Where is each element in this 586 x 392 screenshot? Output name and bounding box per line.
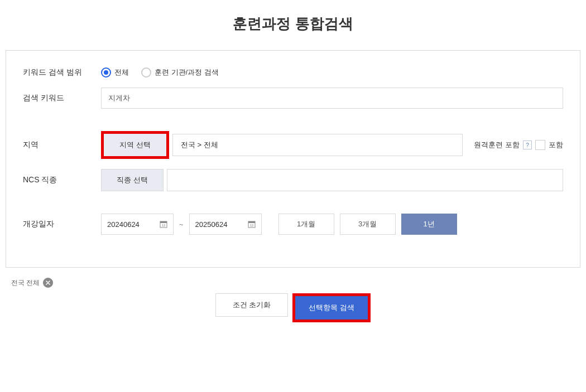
start-date-label: 개강일자 xyxy=(23,219,101,229)
period-1year-button[interactable]: 1년 xyxy=(401,214,457,235)
highlight-submit: 선택항목 검색 xyxy=(292,293,371,322)
help-icon[interactable]: ? xyxy=(523,141,532,149)
date-to-value: 20250624 xyxy=(195,220,228,229)
region-value: 전국 > 전체 xyxy=(172,134,463,156)
keyword-scope-row: 키워드 검색 범위 전체 훈련 기관/과정 검색 xyxy=(23,67,563,78)
remote-checkbox[interactable] xyxy=(535,140,545,150)
date-from-value: 20240624 xyxy=(107,220,140,229)
radio-icon xyxy=(141,67,151,78)
svg-rect-1 xyxy=(160,221,167,223)
radio-icon xyxy=(101,67,111,78)
period-3month-button[interactable]: 3개월 xyxy=(340,214,396,235)
ncs-select-button[interactable]: 직종 선택 xyxy=(101,169,164,191)
region-select-button[interactable]: 지역 선택 xyxy=(104,134,166,156)
radio-institution[interactable]: 훈련 기관/과정 검색 xyxy=(141,67,219,78)
start-date-row: 개강일자 20240624 12 ~ 20250624 12 1개월 3 xyxy=(23,214,563,235)
page-title: 훈련과정 통합검색 xyxy=(0,0,586,50)
search-panel: 키워드 검색 범위 전체 훈련 기관/과정 검색 검색 키워드 지역 xyxy=(6,50,580,268)
ncs-row: NCS 직종 직종 선택 xyxy=(23,169,563,191)
ncs-label: NCS 직종 xyxy=(23,175,101,185)
filter-tags: 전국 전체 xyxy=(0,268,586,293)
submit-button[interactable]: 선택항목 검색 xyxy=(295,296,368,320)
date-from-input[interactable]: 20240624 12 xyxy=(101,214,174,235)
ncs-value xyxy=(167,169,563,191)
keyword-label: 검색 키워드 xyxy=(23,93,101,103)
date-range-separator: ~ xyxy=(179,220,184,229)
reset-button[interactable]: 조건 초기화 xyxy=(215,293,288,317)
remote-include-group: 원격훈련 포함 ? 포함 xyxy=(474,140,563,150)
action-row: 조건 초기화 선택항목 검색 xyxy=(0,293,586,328)
calendar-icon: 12 xyxy=(248,220,256,228)
highlight-region-select: 지역 선택 xyxy=(101,131,169,159)
remote-label: 원격훈련 포함 xyxy=(474,140,520,150)
svg-text:12: 12 xyxy=(249,224,253,227)
svg-text:12: 12 xyxy=(162,224,166,227)
period-1month-button[interactable]: 1개월 xyxy=(278,214,334,235)
region-label: 지역 xyxy=(23,140,101,150)
keyword-row: 검색 키워드 xyxy=(23,88,563,109)
keyword-scope-label: 키워드 검색 범위 xyxy=(23,67,101,78)
close-icon[interactable] xyxy=(43,278,53,288)
region-row: 지역 지역 선택 전국 > 전체 원격훈련 포함 ? 포함 xyxy=(23,131,563,159)
radio-all-label: 전체 xyxy=(114,67,129,78)
filter-tag-label: 전국 전체 xyxy=(11,278,40,288)
radio-institution-label: 훈련 기관/과정 검색 xyxy=(155,67,219,78)
keyword-input[interactable] xyxy=(101,88,563,109)
svg-rect-4 xyxy=(248,221,255,223)
keyword-scope-radio-group: 전체 훈련 기관/과정 검색 xyxy=(101,67,219,78)
calendar-icon: 12 xyxy=(160,220,167,228)
include-label: 포함 xyxy=(549,140,563,150)
date-to-input[interactable]: 20250624 12 xyxy=(189,214,262,235)
radio-all[interactable]: 전체 xyxy=(101,67,129,78)
